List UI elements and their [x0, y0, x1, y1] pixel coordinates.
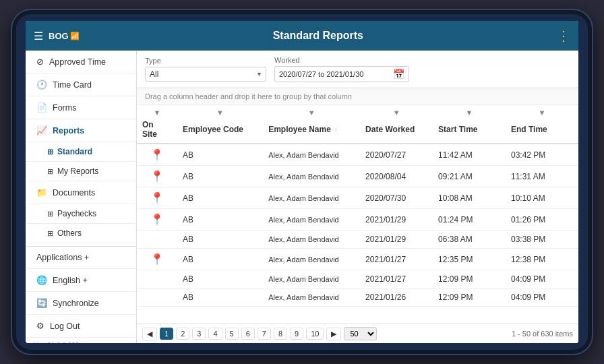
page-btn-5[interactable]: 5 [225, 328, 239, 340]
sidebar-label-english: English + [53, 276, 88, 285]
sidebar-label-synchronize: Synchronize [53, 299, 99, 308]
signal-icon: 📶 [70, 32, 80, 40]
col-header-start-time[interactable]: Start Time [433, 119, 506, 144]
cell-date-6: 2021/01/27 [360, 270, 433, 289]
location-pin-icon: 📍 [150, 214, 164, 225]
location-pin-icon: 📍 [150, 149, 164, 160]
sidebar-item-logout[interactable]: ⚙ Log Out [26, 315, 136, 338]
page-btn-6[interactable]: 6 [241, 328, 255, 340]
filter-emp-name[interactable]: ▼ [263, 105, 360, 119]
location-pin-icon: 📍 [150, 253, 164, 265]
per-page-select[interactable]: 50 100 [344, 327, 377, 340]
cell-on-site-2: 📍 [137, 187, 177, 209]
cell-end-2: 10:10 AM [506, 187, 578, 209]
cell-end-6: 04:09 PM [506, 270, 578, 289]
sidebar-item-paychecks[interactable]: ⊞ Paychecks [26, 204, 136, 224]
table-filter-row: ▼ ▼ ▼ ▼ ▼ ▼ [137, 105, 578, 119]
sidebar-label-approved-time: Approved Time [49, 57, 106, 67]
page-btn-9[interactable]: 9 [290, 328, 303, 340]
cell-emp-code-0: AB [177, 144, 263, 166]
cell-start-1: 09:21 AM [433, 166, 506, 187]
sidebar-item-my-reports[interactable]: ⊞ My Reports [26, 162, 136, 181]
cell-emp-name-0: Alex, Adam Bendavid [263, 144, 360, 166]
filter-on-site[interactable]: ▼ [137, 105, 177, 119]
sidebar-item-english[interactable]: 🌐 English + [26, 269, 136, 292]
calendar-icon[interactable]: 📅 [393, 69, 404, 80]
cell-on-site-1: 📍 [137, 166, 177, 187]
page-btn-3[interactable]: 3 [192, 328, 206, 340]
page-btn-4[interactable]: 4 [208, 328, 222, 340]
overflow-menu-icon[interactable]: ⋮ [557, 28, 570, 44]
prev-page-button[interactable]: ◀ [142, 328, 157, 340]
sidebar-item-standard[interactable]: ⊞ Standard [26, 142, 136, 162]
app-logo: BOG [49, 31, 69, 41]
col-header-emp-name[interactable]: Employee Name ↑ [263, 119, 360, 144]
filter-start-time[interactable]: ▼ [433, 105, 506, 119]
type-select-wrapper[interactable]: All [145, 67, 266, 82]
time-card-icon: 🕐 [36, 80, 47, 90]
sidebar-label-applications: Applications + [36, 253, 89, 262]
cell-end-3: 01:26 PM [506, 209, 578, 231]
cell-date-5: 2021/01/27 [360, 249, 433, 270]
table-row: 📍 AB Alex, Adam Bendavid 2021/01/29 01:2… [137, 209, 578, 231]
cell-emp-name-1: Alex, Adam Bendavid [263, 166, 360, 187]
cell-date-1: 2020/08/04 [360, 166, 433, 187]
cell-start-6: 12:09 PM [433, 270, 506, 289]
cell-on-site-6 [137, 270, 177, 289]
standard-icon: ⊞ [47, 148, 53, 156]
page-btn-10[interactable]: 10 [306, 328, 324, 340]
filter-end-time[interactable]: ▼ [506, 105, 578, 119]
filter-emp-code[interactable]: ▼ [177, 105, 263, 119]
table-row: 📍 AB Alex, Adam Bendavid 2020/07/30 10:0… [137, 187, 578, 209]
sidebar-item-documents[interactable]: 📁 Documents [26, 181, 136, 204]
cell-end-7: 04:09 PM [506, 289, 578, 307]
col-header-date-worked[interactable]: Date Worked [360, 119, 433, 144]
sidebar-label-my-reports: My Reports [57, 166, 98, 176]
sidebar-item-synchronize[interactable]: 🔄 Synchronize [26, 292, 136, 315]
sidebar-item-others[interactable]: ⊞ Others [26, 224, 136, 243]
next-page-button[interactable]: ▶ [326, 328, 341, 340]
type-select[interactable]: All [145, 67, 266, 82]
pagination-bar: ◀ 1 2 3 4 5 6 7 8 9 10 ▶ 50 100 1 [137, 324, 578, 343]
cell-start-3: 01:24 PM [433, 209, 506, 231]
table-row: 📍 AB Alex, Adam Bendavid 2020/08/04 09:2… [137, 166, 578, 187]
page-btn-8[interactable]: 8 [274, 328, 287, 340]
type-filter-group: Type All [145, 57, 266, 82]
sidebar: ⊘ Approved Time 🕐 Time Card 📄 Forms 📈 Re… [26, 51, 137, 343]
page-btn-2[interactable]: 2 [176, 328, 189, 340]
paychecks-icon: ⊞ [47, 210, 53, 218]
cell-date-3: 2021/01/29 [360, 209, 433, 231]
date-filter-group: Worked 2020/07/27 to 2021/01/30 📅 [274, 56, 409, 82]
sidebar-item-reports[interactable]: 📈 Reports [26, 119, 136, 142]
main-content: Type All Worked 2020/07/27 to 2021/01/30… [137, 51, 578, 343]
col-header-on-site[interactable]: OnSite [137, 119, 177, 144]
sidebar-item-time-card[interactable]: 🕐 Time Card [26, 73, 136, 96]
hamburger-icon[interactable]: ☰ [34, 30, 43, 42]
date-filter-label: Worked [274, 56, 409, 64]
date-range-input[interactable]: 2020/07/27 to 2021/01/30 📅 [274, 66, 409, 82]
cell-emp-code-3: AB [177, 209, 263, 231]
page-btn-7[interactable]: 7 [258, 328, 271, 340]
cell-emp-name-6: Alex, Adam Bendavid [263, 270, 360, 289]
sidebar-label-time-card: Time Card [53, 80, 92, 90]
cell-date-0: 2020/07/27 [360, 144, 433, 166]
sidebar-label-reports: Reports [53, 126, 84, 135]
sidebar-item-approved-time[interactable]: ⊘ Approved Time [26, 51, 136, 73]
cell-end-1: 11:31 AM [506, 166, 578, 187]
col-header-end-time[interactable]: End Time [506, 119, 578, 144]
cell-emp-code-6: AB [177, 270, 263, 289]
data-table-container[interactable]: ▼ ▼ ▼ ▼ ▼ ▼ OnSite Employee Code Employe… [137, 105, 578, 324]
cell-start-7: 12:09 PM [433, 289, 506, 307]
cell-emp-name-5: Alex, Adam Bendavid [263, 249, 360, 270]
sidebar-item-forms[interactable]: 📄 Forms [26, 96, 136, 119]
filter-date-worked[interactable]: ▼ [360, 105, 433, 119]
sidebar-label-paychecks: Paychecks [57, 209, 96, 218]
col-header-emp-code[interactable]: Employee Code [177, 119, 263, 144]
cell-emp-code-2: AB [177, 187, 263, 209]
page-btn-1[interactable]: 1 [160, 328, 173, 340]
cell-on-site-3: 📍 [137, 209, 177, 231]
documents-icon: 📁 [36, 187, 47, 198]
approved-time-icon: ⊘ [36, 57, 44, 67]
cell-emp-name-7: Alex, Adam Bendavid [263, 289, 360, 307]
sidebar-item-applications[interactable]: Applications + [26, 246, 136, 269]
